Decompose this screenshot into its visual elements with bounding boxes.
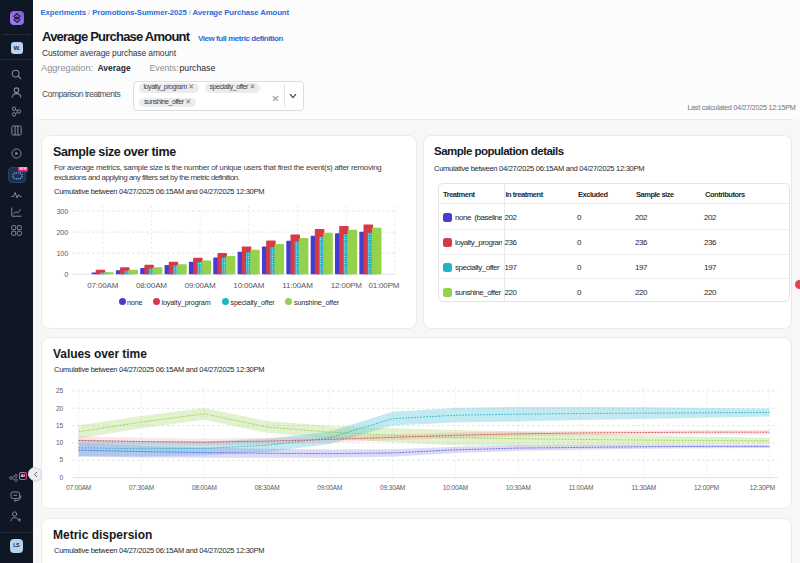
svg-text:01:00PM: 01:00PM bbox=[368, 281, 399, 290]
svg-text:0: 0 bbox=[60, 474, 64, 481]
svg-text:11:00AM: 11:00AM bbox=[282, 281, 313, 290]
svg-text:09:30AM: 09:30AM bbox=[380, 484, 405, 491]
svg-text:08:00AM: 08:00AM bbox=[136, 281, 167, 290]
svg-text:300: 300 bbox=[56, 207, 68, 216]
svg-text:10:00AM: 10:00AM bbox=[233, 281, 264, 290]
svg-text:11:30AM: 11:30AM bbox=[631, 484, 656, 491]
svg-text:12:00PM: 12:00PM bbox=[331, 281, 362, 290]
svg-text:25: 25 bbox=[56, 387, 63, 394]
svg-text:12:30PM: 12:30PM bbox=[750, 484, 775, 491]
svg-text:10: 10 bbox=[56, 439, 63, 446]
svg-text:09:00AM: 09:00AM bbox=[185, 281, 216, 290]
svg-text:12:00PM: 12:00PM bbox=[694, 484, 719, 491]
svg-text:100: 100 bbox=[56, 249, 68, 258]
svg-text:0: 0 bbox=[64, 270, 68, 279]
svg-text:07:30AM: 07:30AM bbox=[129, 484, 154, 491]
svg-text:08:00AM: 08:00AM bbox=[192, 484, 217, 491]
svg-text:20: 20 bbox=[56, 405, 63, 412]
svg-text:15: 15 bbox=[56, 422, 63, 429]
svg-text:09:00AM: 09:00AM bbox=[317, 484, 342, 491]
svg-text:08:30AM: 08:30AM bbox=[254, 484, 279, 491]
svg-text:11:00AM: 11:00AM bbox=[569, 484, 594, 491]
svg-text:5: 5 bbox=[60, 456, 64, 463]
svg-text:10:00AM: 10:00AM bbox=[443, 484, 468, 491]
svg-text:07:00AM: 07:00AM bbox=[66, 484, 91, 491]
svg-text:200: 200 bbox=[56, 228, 68, 237]
svg-text:10:30AM: 10:30AM bbox=[506, 484, 531, 491]
svg-text:07:00AM: 07:00AM bbox=[87, 281, 118, 290]
